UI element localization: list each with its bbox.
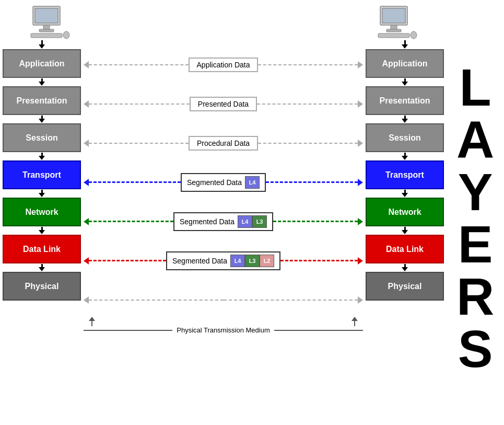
procedural-data-box: Procedural Data	[189, 136, 258, 151]
right-session-layer: Session	[366, 123, 444, 152]
dashed-blue-left	[89, 181, 181, 183]
arrow	[39, 82, 45, 86]
tag-l3-datalink: L3	[245, 255, 260, 267]
svg-rect-3	[39, 29, 54, 32]
right-computer	[358, 5, 436, 39]
left-arrow-green	[84, 218, 89, 225]
phys-line-row: Physical Transmission Medium	[84, 326, 363, 334]
dashed-gray-right3	[258, 143, 358, 144]
arrow-r5	[402, 230, 408, 234]
tag-l4-transport: L4	[245, 176, 260, 189]
dashed-gray-phys-left	[89, 300, 224, 301]
right-arrow-gray	[358, 61, 363, 68]
svg-rect-7	[382, 8, 405, 23]
arrow	[39, 230, 45, 234]
arrow-r2	[402, 119, 408, 123]
left-arrow-blue	[84, 179, 89, 186]
gap1	[84, 79, 363, 89]
left-arrow-gray3	[84, 140, 89, 147]
svg-rect-9	[386, 29, 401, 32]
right-arrow-green	[358, 218, 363, 225]
right-datalink-layer: Data Link	[366, 235, 444, 263]
phys-upward-arrows	[84, 317, 363, 326]
dashed-green-right	[273, 221, 358, 222]
dashed-gray-left3	[89, 143, 189, 144]
left-datalink-layer: Data Link	[3, 235, 81, 263]
phys-line-left	[84, 330, 172, 331]
right-upward	[351, 317, 358, 326]
gap4	[84, 197, 363, 206]
left-arrow-red	[84, 257, 89, 265]
dashed-red-right	[280, 260, 358, 261]
left-physical-layer: Physical	[3, 272, 81, 301]
dashed-gray-right2	[257, 104, 358, 105]
right-arrow-gray2	[358, 100, 363, 108]
arrow-down	[39, 44, 45, 49]
dashed-gray-left2	[89, 104, 190, 105]
arrow	[39, 119, 45, 123]
vert-right	[354, 321, 355, 326]
left-application-layer: Application	[3, 49, 81, 78]
tag-l2-datalink: L2	[260, 255, 274, 267]
arrow	[39, 267, 45, 271]
right-presentation-layer: Presentation	[366, 86, 444, 115]
main-content: Application Presentation Session Transpo…	[0, 0, 447, 425]
svg-rect-10	[378, 33, 409, 38]
tag-l4-network: L4	[238, 215, 252, 228]
vert-left	[91, 321, 92, 326]
segmented-l4l3-row: Segmented Data L4 L3	[84, 207, 363, 236]
gap3	[84, 158, 363, 167]
arrow-down-r	[402, 44, 408, 49]
arrow-r4	[402, 193, 408, 197]
right-arrow-gray-phys	[358, 296, 363, 304]
left-transport-layer: Transport	[3, 160, 81, 189]
svg-point-11	[411, 31, 417, 39]
right-column: Application Presentation Session Transpo…	[363, 40, 447, 334]
tag-l4-datalink: L4	[230, 255, 245, 267]
segmented-l4-box: Segmented Data L4	[181, 173, 266, 192]
right-arrow-gray3	[358, 140, 363, 147]
arrow-r6	[402, 267, 408, 271]
application-data-box: Application Data	[189, 58, 259, 72]
dashed-green-left	[89, 221, 173, 222]
arrow-r	[402, 82, 408, 86]
right-application-layer: Application	[366, 49, 444, 78]
connector-r	[404, 40, 406, 44]
arrow	[39, 156, 45, 160]
arrow-r3	[402, 156, 408, 160]
layers-title: L A Y E R S	[447, 0, 504, 425]
segmented-l4l3l2-box: Segmented Data L4 L3 L2	[166, 251, 280, 270]
svg-rect-4	[31, 33, 62, 38]
segmented-l4l3-box: Segmented Data L4 L3	[173, 212, 273, 231]
tag-l3-network: L3	[252, 215, 267, 228]
right-network-layer: Network	[366, 198, 444, 226]
physical-medium-container: Physical Transmission Medium	[84, 317, 363, 334]
application-data-row: Application Data	[84, 50, 363, 79]
physical-data-row	[84, 285, 363, 314]
gap2	[84, 119, 363, 128]
physical-medium-label: Physical Transmission Medium	[177, 326, 269, 334]
dashed-red-left	[89, 260, 166, 261]
svg-point-5	[63, 31, 69, 39]
right-transport-layer: Transport	[366, 160, 444, 189]
left-column: Application Presentation Session Transpo…	[0, 40, 84, 334]
right-arrow-blue	[358, 179, 363, 186]
arrow	[39, 193, 45, 197]
left-arrow-gray	[84, 61, 89, 68]
gap5	[84, 236, 363, 246]
left-arrow-gray2	[84, 100, 89, 108]
left-session-layer: Session	[3, 123, 81, 152]
presented-data-row: Presented Data	[84, 89, 363, 118]
left-presentation-layer: Presentation	[3, 86, 81, 115]
dashed-blue-right	[266, 181, 358, 183]
segmented-l4-row: Segmented Data L4	[84, 168, 363, 197]
dashed-gray-left	[89, 64, 189, 65]
arrow-up-left	[89, 317, 95, 321]
left-arrow-gray-phys	[84, 296, 89, 304]
left-network-layer: Network	[3, 198, 81, 226]
segmented-l4l3l2-row: Segmented Data L4 L3 L2	[84, 246, 363, 275]
svg-rect-1	[35, 8, 58, 23]
dashed-gray-right	[258, 64, 358, 65]
svg-rect-2	[43, 25, 50, 29]
presented-data-box: Presented Data	[190, 97, 257, 111]
